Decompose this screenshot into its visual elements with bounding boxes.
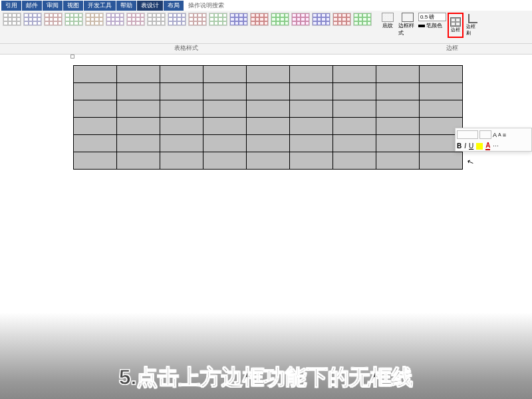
pen-color-label: 笔颜色: [426, 22, 442, 29]
borders-dropdown-button[interactable]: 边框: [448, 13, 464, 38]
tab-layout[interactable]: 布局: [164, 1, 184, 11]
font-color-button[interactable]: A: [485, 142, 490, 150]
borders-button-label: 边框: [451, 27, 460, 33]
pen-color-swatch: [418, 25, 425, 27]
ribbon-tab-bar: 引用 邮件 审阅 视图 开发工具 帮助 表设计 布局 操作说明搜索: [0, 0, 532, 11]
ribbon-group-labels: 表格样式 边框: [0, 44, 532, 55]
tab-developer[interactable]: 开发工具: [84, 1, 116, 11]
tab-references[interactable]: 引用: [1, 1, 21, 11]
table-row[interactable]: [74, 135, 463, 152]
tab-tell-me[interactable]: 操作说明搜索: [184, 1, 228, 11]
grow-font-button[interactable]: A: [493, 132, 497, 138]
table-styles-group-label: 表格样式: [0, 44, 372, 54]
shading-label: 底纹: [382, 22, 393, 29]
table-style-option[interactable]: [332, 13, 351, 26]
ruler-tab-marker[interactable]: [70, 55, 74, 59]
format-list-icon[interactable]: ≡: [503, 132, 506, 138]
table-styles-gallery[interactable]: [0, 13, 374, 26]
table-style-option[interactable]: [147, 13, 166, 26]
table-style-option[interactable]: [126, 13, 145, 26]
border-styles-icon: [402, 13, 414, 22]
shading-icon: [382, 13, 394, 22]
border-painter-button[interactable]: 边框刷: [465, 13, 481, 38]
pen-color-button[interactable]: 笔颜色: [418, 22, 446, 29]
tab-review[interactable]: 审阅: [43, 1, 63, 11]
document-canvas[interactable]: [0, 55, 532, 170]
border-weight-input[interactable]: 0.5 磅: [418, 13, 446, 21]
border-styles-label: 边框样式: [398, 22, 417, 37]
table-row[interactable]: [74, 152, 463, 170]
instruction-overlay: 5.点击上方边框功能下的无框线: [0, 313, 532, 399]
table-style-option[interactable]: [168, 13, 186, 26]
table-style-option[interactable]: [106, 13, 124, 26]
table-style-option[interactable]: [312, 13, 331, 26]
document-table[interactable]: [73, 65, 463, 170]
highlight-button[interactable]: [476, 143, 483, 150]
instruction-text: 5.点击上方边框功能下的无框线: [119, 363, 414, 392]
italic-button[interactable]: I: [464, 142, 466, 150]
underline-button[interactable]: U: [469, 142, 473, 150]
table-style-option[interactable]: [65, 13, 83, 26]
borders-group-label: 边框: [372, 44, 532, 54]
table-row[interactable]: [74, 66, 463, 83]
table-style-option[interactable]: [229, 13, 248, 26]
tab-mailings[interactable]: 邮件: [22, 1, 42, 11]
table-style-option[interactable]: [271, 13, 289, 26]
table-style-option[interactable]: [188, 13, 207, 26]
tab-help[interactable]: 帮助: [116, 1, 136, 11]
table-style-option[interactable]: [3, 13, 21, 26]
table-style-option[interactable]: [44, 13, 63, 26]
table-row[interactable]: [74, 83, 463, 100]
shading-button[interactable]: 底纹: [378, 13, 397, 38]
tab-table-design[interactable]: 表设计: [137, 1, 163, 11]
mini-size-select[interactable]: [479, 130, 491, 139]
border-controls-group: 底纹 边框样式 0.5 磅 笔颜色 边框 边框刷: [374, 13, 481, 38]
painter-label: 边框刷: [466, 23, 479, 37]
table-style-option[interactable]: [291, 13, 310, 26]
table-style-option[interactable]: [23, 13, 42, 26]
table-row[interactable]: [74, 118, 463, 135]
mini-toolbar: A A ≡ B I U A ⋯: [455, 128, 532, 152]
tab-view[interactable]: 视图: [63, 1, 83, 11]
more-icon[interactable]: ⋯: [493, 143, 499, 150]
shrink-font-button[interactable]: A: [498, 132, 501, 137]
mini-font-select[interactable]: [457, 130, 478, 139]
bold-button[interactable]: B: [457, 142, 462, 150]
borders-icon: [450, 17, 461, 27]
table-style-option[interactable]: [85, 13, 104, 26]
border-styles-button[interactable]: 边框样式: [398, 13, 417, 38]
table-style-option[interactable]: [209, 13, 227, 26]
ribbon: 底纹 边框样式 0.5 磅 笔颜色 边框 边框刷: [0, 11, 532, 44]
table-style-option[interactable]: [250, 13, 269, 26]
painter-icon: [468, 14, 477, 23]
table-row[interactable]: [74, 100, 463, 118]
table-style-option[interactable]: [353, 13, 372, 26]
